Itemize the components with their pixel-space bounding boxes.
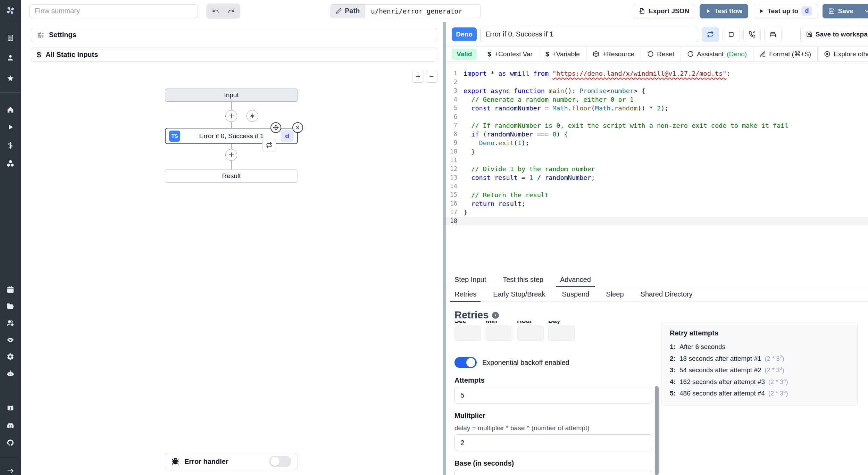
path-value[interactable]: u/henri/error_generator <box>365 5 481 18</box>
explore-scripts-button[interactable]: Explore other s <box>818 47 868 61</box>
subtab-shared-directory[interactable]: Shared Directory <box>641 287 693 301</box>
base-input[interactable] <box>454 470 652 475</box>
code-line: 13 const result = 1 / randomNumber; <box>446 173 868 182</box>
retry-attempt-row: 5:486 seconds after attempt #4(2 * 35) <box>670 387 849 399</box>
code-line: 11 <box>446 156 868 165</box>
input-node[interactable]: Input <box>165 89 298 102</box>
sleep-icon-button[interactable] <box>764 27 782 42</box>
code-editor[interactable]: 1import * as wmill from "https://deno.la… <box>446 62 868 273</box>
retry-min-field: Min <box>486 319 512 341</box>
bolt-icon <box>249 113 256 119</box>
sidebar-item-audit-logs[interactable] <box>0 336 21 344</box>
home-icon <box>7 106 14 114</box>
save-dropdown-button[interactable] <box>859 4 868 18</box>
flow-summary-input[interactable] <box>30 4 198 18</box>
retries-icon-button[interactable] <box>702 27 719 42</box>
step-title-input[interactable] <box>480 27 698 42</box>
calendar-icon <box>7 286 14 293</box>
sidebar-item-workers[interactable] <box>0 369 21 377</box>
pen-icon <box>760 51 766 57</box>
sidebar-collapse-button[interactable] <box>0 467 21 475</box>
retry-attempt-row: 4:162 seconds after attempt #3(2 * 34) <box>670 375 849 387</box>
zoom-out-button[interactable]: − <box>426 71 437 83</box>
sidebar-item-groups[interactable] <box>0 319 21 327</box>
github-icon <box>7 439 14 447</box>
format-button[interactable]: Format (⌘+S) <box>753 47 817 61</box>
sidebar-item-variables[interactable] <box>0 141 21 149</box>
code-line: 17} <box>446 208 868 217</box>
retries-form: Retries Sec Min <box>454 302 652 475</box>
sidebar-item-discord[interactable] <box>0 422 21 430</box>
attempts-input[interactable] <box>454 387 652 403</box>
sidebar-item-settings[interactable] <box>0 353 21 361</box>
export-json-label: Export JSON <box>649 7 689 15</box>
add-step-button-bottom[interactable] <box>225 149 237 161</box>
add-step-button-top[interactable] <box>225 110 237 122</box>
sidebar-item-runs[interactable] <box>0 123 21 131</box>
undo-button[interactable] <box>208 5 223 17</box>
subtab-retries[interactable]: Retries <box>454 287 476 301</box>
subtab-suspend[interactable]: Suspend <box>562 287 589 301</box>
save-to-workspace-button[interactable]: Save to workspace <box>800 27 868 42</box>
sidebar-item-schedules[interactable] <box>0 285 21 293</box>
move-step-handle[interactable] <box>270 122 281 133</box>
refresh-icon <box>687 51 694 57</box>
retry-hour-input[interactable] <box>517 326 544 341</box>
retry-day-input[interactable] <box>548 326 575 341</box>
sidebar-item-resources[interactable] <box>0 159 21 167</box>
flow-settings-button[interactable]: Settings <box>31 28 437 42</box>
redo-button[interactable] <box>223 5 239 17</box>
sidebar-item-github[interactable] <box>0 439 21 447</box>
reset-button[interactable]: Reset <box>641 47 681 61</box>
retry-sec-input[interactable] <box>454 326 481 341</box>
sidebar-item-docs[interactable] <box>0 404 21 412</box>
sidebar-item-home[interactable] <box>0 106 21 114</box>
panel-resize-handle[interactable] <box>443 22 446 475</box>
assistant-button[interactable]: Assistant (Deno) <box>681 47 753 61</box>
add-resource-button[interactable]: +Resource <box>586 47 641 61</box>
sidebar-item-logo[interactable] <box>0 6 21 15</box>
delete-step-button[interactable] <box>292 122 303 133</box>
subtab-sleep[interactable]: Sleep <box>606 287 624 301</box>
subtab-early-stop[interactable]: Early Stop/Break <box>493 287 545 301</box>
exponential-backoff-toggle[interactable] <box>454 357 477 368</box>
add-resource-label: +Resource <box>602 50 634 58</box>
sidebar-item-user[interactable] <box>0 53 21 61</box>
all-static-inputs-button[interactable]: $ All Static Inputs <box>31 48 437 62</box>
path-field[interactable]: Path u/henri/error_generator <box>330 4 481 18</box>
error-handler-toggle[interactable] <box>269 456 291 467</box>
tab-step-input[interactable]: Step Input <box>454 273 486 287</box>
tab-advanced[interactable]: Advanced <box>560 273 591 287</box>
multiplier-input[interactable] <box>454 434 652 451</box>
sidebar-item-favorites[interactable] <box>0 74 21 82</box>
code-line: 12 // Divide 1 by the random number <box>446 165 868 173</box>
explore-scripts-label: Explore other s <box>834 50 868 58</box>
error-handler-label: Error handler <box>184 458 228 466</box>
save-label: Save <box>838 7 853 15</box>
test-up-to-button[interactable]: Test up to d <box>753 4 818 18</box>
save-button[interactable]: Save <box>823 4 859 18</box>
early-stop-icon-button[interactable] <box>723 27 740 42</box>
sidebar-item-workspace[interactable] <box>0 34 21 42</box>
result-node[interactable]: Result <box>165 169 298 183</box>
scrollbar-thumb[interactable] <box>655 386 659 475</box>
test-flow-button[interactable]: Test flow <box>700 4 748 18</box>
add-variable-button[interactable]: $ +Variable <box>539 47 586 61</box>
toggle-knob <box>270 457 279 466</box>
add-trigger-button[interactable] <box>247 110 258 122</box>
zoom-in-button[interactable]: + <box>412 71 424 83</box>
retry-min-input[interactable] <box>486 326 512 341</box>
code-line: 9 Deno.exit(1); <box>446 139 868 147</box>
rotate-ccw-icon <box>647 51 654 57</box>
step-retry-indicator[interactable] <box>262 139 276 151</box>
add-context-var-button[interactable]: $ +Context Var <box>481 47 539 61</box>
info-icon[interactable] <box>492 312 499 319</box>
sidebar-item-folders[interactable] <box>0 302 21 310</box>
export-json-button[interactable]: Export JSON <box>633 4 695 18</box>
suspend-icon-button[interactable] <box>743 27 761 42</box>
building-icon <box>7 34 14 42</box>
code-line: 1import * as wmill from "https://deno.la… <box>446 69 868 78</box>
tab-test-this-step[interactable]: Test this step <box>503 273 543 287</box>
deno-language-badge: Deno <box>452 27 477 41</box>
error-handler-card[interactable]: Error handler <box>165 453 298 470</box>
